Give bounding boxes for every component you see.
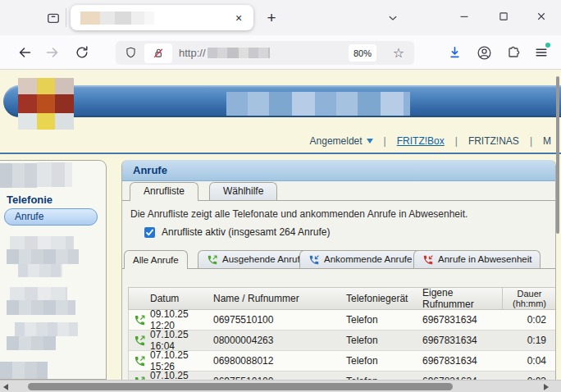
filter-tab-label: Ausgehende Anrufe	[222, 251, 305, 268]
zoom-level-indicator[interactable]: 80%	[349, 44, 376, 62]
account-icon	[476, 44, 493, 62]
table-row[interactable]: 07.10.25 16:04 08000004263 Telefon 69678…	[129, 330, 556, 351]
filter-tab-ankommende-anrufe[interactable]: Ankommende Anrufe	[299, 250, 421, 268]
redacted-menu-item[interactable]	[7, 249, 79, 264]
scroll-left-arrow-icon[interactable]	[3, 384, 8, 390]
cell-eigene-rufnummer: 6967831634	[422, 335, 502, 346]
cell-telefoniegeraet: Telefon	[346, 314, 422, 326]
redacted-menu-item[interactable]	[37, 162, 72, 187]
cell-datum: 07.10.25 15:26	[150, 349, 213, 372]
redacted-menu-item[interactable]	[7, 300, 75, 315]
window-close-button[interactable]	[527, 5, 556, 28]
header-dauer: Dauer (hh:mm)	[502, 288, 556, 309]
filter-tab-ausgehende-anrufe[interactable]: Ausgehende Anrufe	[198, 250, 314, 268]
panel-title: Anrufe	[122, 160, 555, 181]
redacted-menu-item[interactable]	[0, 163, 37, 188]
cell-name-rufnummer: 06975510100	[213, 314, 346, 326]
firefox-view-button[interactable]	[43, 8, 64, 28]
nav-link-myfritz-truncated[interactable]: M	[543, 135, 551, 147]
cell-datum: 07.10.25 14:46	[150, 370, 213, 380]
table-row[interactable]: 07.10.25 15:26 06980088012 Telefon 69678…	[129, 351, 556, 371]
tracking-protection-shield-icon[interactable]	[124, 45, 138, 61]
cell-telefoniegeraet: Telefon	[346, 335, 422, 346]
router-name-redacted	[226, 92, 410, 116]
tab-anrufliste[interactable]: Anrufliste	[130, 182, 198, 201]
table-row[interactable]: 07.10.25 14:46 06975510100 Telefon 69678…	[129, 371, 556, 380]
redacted-menu-item[interactable]	[10, 236, 74, 249]
minimize-icon	[457, 9, 472, 24]
sidebar-menu: Telefonie Anrufe	[0, 160, 107, 380]
tabs-chevron-icon	[385, 11, 400, 25]
cell-telefoniegeraet: Telefon	[346, 355, 422, 367]
forward-icon	[43, 43, 62, 62]
filter-tab-label: Alle Anrufe	[133, 252, 179, 269]
sidebar-section-telefonie: Telefonie	[7, 194, 52, 206]
window-minimize-button[interactable]	[449, 5, 479, 28]
horizontal-scrollbar-thumb[interactable]	[28, 383, 453, 390]
table-body: 09.10.25 12:20 06975510100 Telefon 69678…	[128, 310, 556, 380]
header-eigene-rufnummer: Eigene Rufnummer	[422, 288, 502, 309]
firefox-view-icon	[45, 10, 62, 26]
reload-button[interactable]	[71, 41, 94, 64]
anrufliste-description: Die Anrufliste zeigt alle Telefonate und…	[130, 208, 468, 220]
forward-button[interactable]	[41, 41, 64, 64]
downloads-button[interactable]	[443, 41, 466, 64]
vertical-scrollbar-thumb[interactable]	[556, 76, 559, 234]
bookmark-star-icon[interactable]: ☆	[390, 43, 408, 62]
nav-link-fritznas[interactable]: FRITZ!NAS	[468, 135, 519, 147]
redacted-menu-item[interactable]	[15, 322, 78, 336]
reload-icon	[74, 44, 90, 61]
check-icon	[145, 228, 154, 237]
account-button[interactable]	[472, 41, 495, 64]
filter-tab-label: Ankommende Anrufe	[324, 251, 412, 268]
window-maximize-button[interactable]	[489, 5, 518, 28]
horizontal-scrollbar[interactable]	[0, 380, 561, 392]
tab-waehlhilfe[interactable]: Wählhilfe	[209, 182, 277, 200]
filter-tab-anrufe-in-abwesenheit[interactable]: Anrufe in Abwesenheit	[413, 250, 540, 268]
tab-close-button[interactable]: ×	[230, 10, 247, 26]
redacted-menu-item[interactable]	[10, 287, 67, 300]
brand-logo-redacted	[18, 78, 74, 130]
missed-call-icon	[422, 254, 434, 266]
outgoing-call-icon	[207, 254, 218, 266]
tab-title-redacted	[80, 11, 154, 25]
extensions-button[interactable]	[502, 41, 525, 64]
close-icon: ×	[235, 11, 242, 25]
back-button[interactable]	[13, 41, 36, 64]
maximize-icon	[496, 9, 511, 24]
scroll-right-arrow-icon[interactable]	[544, 384, 549, 390]
top-links-nav: Angemeldet | FRITZ!Box | FRITZ!NAS | M	[310, 134, 551, 148]
extensions-icon	[505, 44, 522, 61]
redacted-menu-item[interactable]	[0, 362, 48, 379]
chevron-down-icon	[367, 139, 373, 144]
app-menu-button[interactable]	[530, 41, 553, 64]
active-browser-tab[interactable]: ×	[71, 5, 253, 30]
anrufliste-aktiv-row: Anrufliste aktiv (insgesamt 264 Anrufe)	[144, 226, 330, 238]
download-icon	[446, 44, 463, 62]
nav-separator: |	[455, 135, 458, 147]
outgoing-call-icon	[134, 314, 146, 326]
logged-in-menu[interactable]: Angemeldet	[310, 135, 373, 147]
fritzbox-page: Angemeldet | FRITZ!Box | FRITZ!NAS | M T…	[0, 70, 561, 392]
table-row[interactable]: 09.10.25 12:20 06975510100 Telefon 69678…	[129, 310, 556, 330]
cell-name-rufnummer: 06980088012	[213, 355, 346, 367]
insecure-connection-button[interactable]	[144, 43, 172, 63]
anrufliste-aktiv-checkbox[interactable]	[144, 227, 155, 238]
close-icon	[534, 9, 549, 24]
redacted-menu-item[interactable]	[18, 264, 62, 277]
cell-datum: 09.10.25 12:20	[150, 308, 213, 331]
main-tabs: Anrufliste Wählhilfe	[122, 182, 555, 201]
list-all-tabs-button[interactable]	[382, 8, 404, 28]
filter-tab-alle-anrufe[interactable]: Alle Anrufe	[124, 250, 188, 269]
new-tab-button[interactable]: +	[261, 7, 282, 29]
url-redacted	[208, 48, 270, 58]
anrufe-panel: Anrufe Anrufliste Wählhilfe Die Anruflis…	[121, 160, 556, 380]
url-bar[interactable]: http:// 80% ☆	[116, 41, 414, 65]
nav-separator: |	[530, 135, 532, 147]
incoming-call-icon	[308, 254, 320, 266]
tab-separator	[66, 8, 66, 27]
nav-link-fritzbox[interactable]: FRITZ!Box	[397, 135, 445, 147]
redacted-menu-item[interactable]	[7, 336, 56, 350]
sidebar-item-anrufe[interactable]: Anrufe	[4, 208, 98, 226]
call-list-table: Datum Name / Rufnummer Telefoniegerät Ei…	[128, 287, 556, 380]
